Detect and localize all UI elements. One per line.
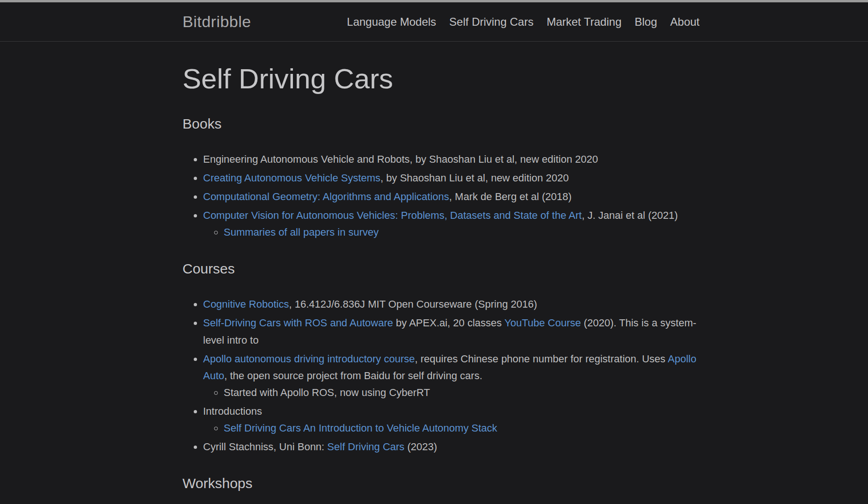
item-text: , J. Janai et al (2021) xyxy=(582,209,678,221)
section-heading-courses: Courses xyxy=(182,260,700,277)
sub-list: Started with Apollo ROS, now using Cyber… xyxy=(203,384,700,401)
item-text: Engineering Autonomous Vehicle and Robot… xyxy=(203,153,598,165)
nav-link-market-trading[interactable]: Market Trading xyxy=(547,15,621,29)
list-item: Cognitive Robotics, 16.412J/6.836J MIT O… xyxy=(203,296,700,313)
sections-container: BooksEngineering Autonomous Vehicle and … xyxy=(182,115,700,492)
sub-list-item: Started with Apollo ROS, now using Cyber… xyxy=(224,384,700,401)
item-text: Cyrill Stachniss, Uni Bonn: xyxy=(203,441,327,453)
list-item: Creating Autonomous Vehicle Systems, by … xyxy=(203,170,700,187)
item-text: , requires Chinese phone number for regi… xyxy=(415,353,668,365)
section-list-books: Engineering Autonomous Vehicle and Robot… xyxy=(182,151,700,241)
item-link[interactable]: Self-Driving Cars with ROS and Autoware xyxy=(203,317,393,329)
main-nav: Language ModelsSelf Driving CarsMarket T… xyxy=(334,15,700,29)
sub-list: Self Driving Cars An Introduction to Veh… xyxy=(203,420,700,437)
item-link[interactable]: Self Driving Cars xyxy=(327,441,404,453)
list-item: Computational Geometry: Algorithms and A… xyxy=(203,188,700,205)
item-link[interactable]: Self Driving Cars An Introduction to Veh… xyxy=(224,422,497,434)
item-text: , by Shaoshan Liu et al, new edition 202… xyxy=(380,172,569,184)
section-heading-books: Books xyxy=(182,115,700,132)
sub-list-item: Self Driving Cars An Introduction to Veh… xyxy=(224,420,700,437)
sub-list-item: Summaries of all papers in survey xyxy=(224,224,700,241)
nav-link-language-models[interactable]: Language Models xyxy=(347,15,436,29)
list-item: Self-Driving Cars with ROS and Autoware … xyxy=(203,315,700,348)
item-link[interactable]: Computational Geometry: Algorithms and A… xyxy=(203,191,449,202)
nav-link-blog[interactable]: Blog xyxy=(635,15,657,29)
item-link[interactable]: Summaries of all papers in survey xyxy=(224,226,379,238)
item-link[interactable]: Creating Autonomous Vehicle Systems xyxy=(203,172,380,184)
list-item: Apollo autonomous driving introductory c… xyxy=(203,351,700,401)
item-text: (2023) xyxy=(404,441,437,453)
page-content: Self Driving Cars BooksEngineering Auton… xyxy=(182,62,700,492)
list-item: IntroductionsSelf Driving Cars An Introd… xyxy=(203,403,700,437)
item-text: , 16.412J/6.836J MIT Open Courseware (Sp… xyxy=(289,298,537,310)
site-logo[interactable]: Bitdribble xyxy=(182,13,251,31)
item-link[interactable]: YouTube Course xyxy=(504,317,581,329)
header-inner: Bitdribble Language ModelsSelf Driving C… xyxy=(182,2,700,41)
list-item: Engineering Autonomous Vehicle and Robot… xyxy=(203,151,700,168)
sub-list: Summaries of all papers in survey xyxy=(203,224,700,241)
item-text: Started with Apollo ROS, now using Cyber… xyxy=(224,387,430,398)
item-link[interactable]: Computer Vision for Autonomous Vehicles:… xyxy=(203,209,582,221)
section-heading-workshops: Workshops xyxy=(182,475,700,492)
nav-link-self-driving-cars[interactable]: Self Driving Cars xyxy=(449,15,533,29)
nav-link-about[interactable]: About xyxy=(670,15,700,29)
item-link[interactable]: Apollo autonomous driving introductory c… xyxy=(203,353,415,365)
item-text: by APEX.ai, 20 classes xyxy=(393,317,504,329)
item-text: Introductions xyxy=(203,405,262,417)
list-item: Computer Vision for Autonomous Vehicles:… xyxy=(203,207,700,241)
item-text: , the open source project from Baidu for… xyxy=(224,370,482,382)
item-link[interactable]: Cognitive Robotics xyxy=(203,298,289,310)
item-text: , Mark de Berg et al (2018) xyxy=(449,191,572,202)
site-header: Bitdribble Language ModelsSelf Driving C… xyxy=(0,2,868,42)
section-list-courses: Cognitive Robotics, 16.412J/6.836J MIT O… xyxy=(182,296,700,455)
list-item: Cyrill Stachniss, Uni Bonn: Self Driving… xyxy=(203,439,700,455)
page-title: Self Driving Cars xyxy=(182,62,700,96)
